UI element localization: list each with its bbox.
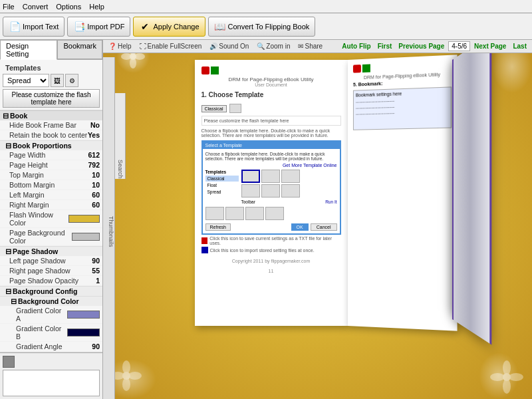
convert-button[interactable]: 📖 Convert To Flipping Book bbox=[208, 17, 316, 37]
tab-bookmark[interactable]: Bookmark bbox=[57, 40, 102, 59]
bg-config-header[interactable]: ⊟ Background Config bbox=[0, 286, 102, 296]
thumb-2[interactable] bbox=[261, 170, 280, 183]
thumb-5[interactable] bbox=[261, 184, 280, 198]
template-classical[interactable]: Classical bbox=[205, 176, 239, 182]
thumb-3[interactable] bbox=[281, 170, 300, 183]
page-bg-row: Page Background Color bbox=[0, 228, 102, 246]
tab-design-setting[interactable]: Design Setting bbox=[0, 40, 57, 60]
thumb-8[interactable] bbox=[225, 207, 244, 220]
template-icon-2[interactable]: ⚙ bbox=[65, 74, 78, 87]
spread-row: Spread 🖼 ⚙ bbox=[3, 74, 100, 87]
menu-options[interactable]: Options bbox=[56, 3, 81, 11]
thumb-4[interactable] bbox=[241, 184, 260, 198]
zoom-tool[interactable]: 🔍 Zoom in bbox=[254, 42, 293, 51]
search-strip: Search bbox=[115, 93, 126, 179]
classical-btn[interactable]: Classical bbox=[201, 105, 227, 112]
dialog-thumbs-row3 bbox=[205, 207, 337, 220]
gradient-angle-row: Gradient Angle 90 bbox=[0, 342, 102, 352]
spread-select[interactable]: Spread bbox=[3, 74, 49, 87]
thumb-6[interactable] bbox=[281, 184, 300, 198]
dialog-footer-row: Refresh OK Cancel bbox=[205, 223, 337, 231]
left-shadow-row: Left page Shadow 90 bbox=[0, 256, 102, 266]
menu-help[interactable]: Help bbox=[89, 3, 104, 11]
book-section-header[interactable]: ⊟ Book bbox=[0, 110, 102, 120]
search-label[interactable]: Search bbox=[117, 160, 124, 179]
gradient-a-swatch[interactable] bbox=[67, 311, 100, 319]
gradient-b-swatch[interactable] bbox=[67, 329, 100, 336]
cancel-btn[interactable]: Cancel bbox=[311, 223, 337, 231]
right-icon-green bbox=[362, 64, 370, 72]
template-float[interactable]: Float bbox=[205, 182, 239, 188]
first-page-button[interactable]: First bbox=[375, 42, 395, 51]
next-page-button[interactable]: Next Page bbox=[471, 42, 509, 51]
right-margin-row: Right Margin 60 bbox=[0, 200, 102, 210]
ok-btn[interactable]: OK bbox=[291, 223, 309, 231]
panel-preview bbox=[3, 370, 100, 396]
hide-frame-row: Hide Book Frame Bar No bbox=[0, 120, 102, 130]
panel-tabs: Design Setting Bookmark bbox=[0, 40, 102, 60]
customize-template-button[interactable]: Please customize the flash template here bbox=[3, 89, 100, 108]
shadow-header[interactable]: ⊟ Page Shadow bbox=[0, 246, 102, 256]
prev-page-button[interactable]: Previous Page bbox=[396, 42, 447, 51]
dialog-action-btns: OK Cancel bbox=[291, 223, 337, 231]
help-icon: ❓ bbox=[108, 43, 116, 50]
page-width-row: Page Width 612 bbox=[0, 150, 102, 160]
bottom-margin-row: Bottom Margin 10 bbox=[0, 180, 102, 190]
last-page-button[interactable]: Last bbox=[510, 42, 529, 51]
right-page-bookmark-content: Bookmark settings here .................… bbox=[352, 86, 451, 130]
sound-tool[interactable]: 🔊 Sound On bbox=[207, 42, 251, 51]
thumb-1[interactable] bbox=[241, 170, 260, 183]
thumb-10[interactable] bbox=[265, 207, 284, 220]
thumbnails-strip: Thumbnails bbox=[103, 57, 115, 399]
gradient-a-row: Gradient Color A bbox=[0, 306, 102, 324]
share-tool[interactable]: ✉ Share bbox=[295, 42, 325, 51]
apply-icon: ✔ bbox=[139, 21, 151, 33]
thumb-7[interactable] bbox=[205, 207, 224, 220]
help-tool[interactable]: ❓ Help bbox=[106, 42, 134, 51]
settings-tree: ⊟ Book Hide Book Frame Bar No Retain the… bbox=[0, 110, 102, 352]
page-footer: Copyright 2011 by flippagemaker.com bbox=[201, 259, 341, 263]
template-dialog: Select a Template Choose a flipbook temp… bbox=[201, 140, 341, 235]
auto-flip-button[interactable]: Auto Flip bbox=[339, 42, 373, 51]
page-indicator: 4-5/6 bbox=[448, 41, 470, 51]
menu-file[interactable]: File bbox=[3, 3, 15, 11]
template-icon-1[interactable]: 🖼 bbox=[51, 74, 64, 87]
left-panel: Design Setting Bookmark Templates Spread… bbox=[0, 40, 103, 399]
more-link[interactable]: Get More Template Online bbox=[205, 163, 337, 168]
flash-window-swatch[interactable] bbox=[68, 215, 100, 223]
top-margin-row: Top Margin 10 bbox=[0, 170, 102, 180]
bottom-left-panel bbox=[0, 352, 102, 399]
page-height-row: Page Height 792 bbox=[0, 160, 102, 170]
template-section: Templates Spread 🖼 ⚙ Please customize th… bbox=[0, 60, 102, 110]
menu-convert[interactable]: Convert bbox=[23, 3, 49, 11]
import-pdf-button[interactable]: 📑 Import PDF bbox=[67, 17, 130, 37]
fullscreen-tool[interactable]: ⛶ Enable FullScreen bbox=[137, 42, 205, 51]
apply-change-button[interactable]: ✔ Apply Change bbox=[133, 17, 205, 37]
icon-green bbox=[211, 66, 219, 74]
import-text-button[interactable]: 📄 Import Text bbox=[3, 17, 65, 37]
import-pdf-icon: 📑 bbox=[73, 21, 85, 33]
note-icon-1 bbox=[201, 237, 208, 244]
dialog-desc: Choose a flipbook template here. Double-… bbox=[205, 152, 337, 161]
book-content: DRM for Page-Flipping eBook Utility User… bbox=[103, 53, 532, 395]
proportions-header[interactable]: ⊟ Book Proportions bbox=[0, 140, 102, 150]
bg-color-header[interactable]: ⊟ Background Color bbox=[0, 296, 102, 306]
template-spread[interactable]: Spread bbox=[205, 189, 239, 195]
page-header: DRM for Page-Flipping eBook Utility User… bbox=[201, 66, 341, 87]
page-bg-swatch[interactable] bbox=[72, 233, 100, 241]
refresh-btn[interactable]: Refresh bbox=[205, 223, 231, 231]
left-margin-row: Left Margin 60 bbox=[0, 190, 102, 200]
thumbnails-label[interactable]: Thumbnails bbox=[108, 216, 114, 247]
main-layout: Design Setting Bookmark Templates Spread… bbox=[0, 40, 532, 399]
book-area: ❓ Help ⛶ Enable FullScreen 🔊 Sound On 🔍 … bbox=[103, 40, 532, 399]
dialog-layout: Templates Classical Float Spread bbox=[205, 170, 337, 204]
note-row-1: Click this icon to save current settings… bbox=[201, 236, 341, 245]
note-row-2: Click this icon to import stored setting… bbox=[201, 247, 341, 253]
run-it-btn[interactable]: Run It bbox=[325, 200, 336, 204]
flash-window-row: Flash Window Color bbox=[0, 210, 102, 228]
thumb-9[interactable] bbox=[245, 207, 264, 220]
menu-bar: File Convert Options Help bbox=[0, 0, 532, 13]
app-name: DRM for Page-Flipping eBook Utility bbox=[201, 76, 341, 82]
convert-icon: 📖 bbox=[214, 21, 226, 33]
shadow-opacity-row: Page Shadow Opacity 1 bbox=[0, 276, 102, 286]
